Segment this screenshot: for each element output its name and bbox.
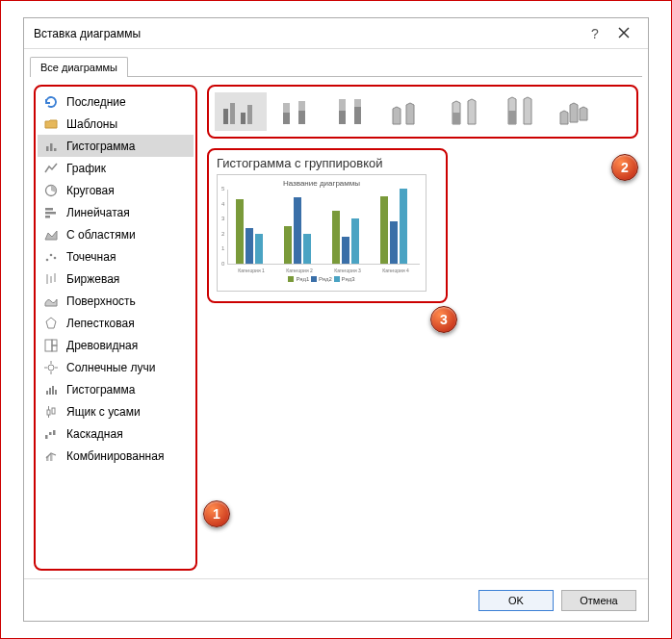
svg-rect-25 bbox=[49, 388, 51, 395]
subtype-row bbox=[207, 85, 638, 139]
category-label: С областями bbox=[66, 228, 136, 242]
category-sunburst[interactable]: Солнечные лучи bbox=[38, 356, 194, 378]
dialog-footer: OK Отмена bbox=[24, 578, 648, 621]
category-stock[interactable]: Биржевая bbox=[38, 268, 194, 290]
help-button[interactable]: ? bbox=[581, 26, 609, 41]
category-list: Последние Шаблоны Гистограмма График bbox=[34, 85, 197, 571]
subtype-3d-clustered-column[interactable] bbox=[382, 92, 434, 131]
category-recent[interactable]: Последние bbox=[38, 90, 194, 113]
category-waterfall[interactable]: Каскадная bbox=[38, 422, 194, 445]
stock-chart-icon bbox=[43, 271, 59, 287]
svg-rect-28 bbox=[47, 410, 50, 415]
subtype-clustered-column[interactable] bbox=[215, 92, 267, 131]
subtype-3d-100stacked-column[interactable] bbox=[494, 92, 546, 131]
cancel-button[interactable]: Отмена bbox=[561, 590, 636, 611]
category-label: Точечная bbox=[66, 250, 116, 264]
category-label: Каскадная bbox=[66, 427, 123, 441]
svg-point-11 bbox=[54, 256, 57, 259]
subtype-100stacked-column[interactable] bbox=[326, 92, 378, 131]
surface-chart-icon bbox=[43, 294, 59, 309]
svg-rect-38 bbox=[230, 103, 235, 124]
svg-rect-42 bbox=[283, 113, 290, 124]
svg-marker-15 bbox=[46, 318, 56, 328]
waterfall-chart-icon bbox=[43, 426, 59, 442]
insert-chart-dialog: Вставка диаграммы ? Все диаграммы Послед… bbox=[23, 17, 649, 622]
category-label: Комбинированная bbox=[66, 449, 164, 463]
dialog-title: Вставка диаграммы bbox=[34, 27, 581, 40]
category-label: Биржевая bbox=[66, 272, 119, 286]
svg-rect-6 bbox=[45, 208, 53, 211]
ok-button[interactable]: OK bbox=[478, 590, 554, 611]
category-treemap[interactable]: Древовидная bbox=[38, 334, 194, 356]
treemap-chart-icon bbox=[43, 338, 59, 353]
svg-rect-7 bbox=[45, 212, 56, 215]
boxwhisker-chart-icon bbox=[43, 404, 59, 420]
svg-point-19 bbox=[48, 365, 54, 371]
svg-rect-31 bbox=[52, 408, 55, 414]
category-scatter[interactable]: Точечная bbox=[38, 245, 194, 268]
histogram-icon bbox=[43, 382, 59, 397]
column-chart-icon bbox=[43, 139, 59, 154]
category-area[interactable]: С областями bbox=[38, 223, 194, 245]
category-label: Солнечные лучи bbox=[66, 361, 155, 374]
svg-rect-48 bbox=[354, 107, 361, 124]
tab-all-charts[interactable]: Все диаграммы bbox=[30, 57, 128, 77]
folder-icon bbox=[43, 116, 59, 132]
category-label: Древовидная bbox=[66, 339, 138, 352]
svg-rect-3 bbox=[50, 143, 53, 151]
category-surface[interactable]: Поверхность bbox=[38, 290, 194, 312]
close-button[interactable] bbox=[609, 26, 638, 41]
scatter-chart-icon bbox=[43, 249, 59, 265]
category-histogram2[interactable]: Гистограмма bbox=[38, 378, 194, 400]
svg-rect-40 bbox=[247, 105, 252, 124]
category-label: Линейчатая bbox=[66, 206, 130, 219]
bar-chart-icon bbox=[43, 205, 59, 220]
category-label: Гистограмма bbox=[66, 383, 135, 396]
svg-rect-34 bbox=[53, 430, 56, 435]
category-label: Последние bbox=[66, 95, 126, 109]
category-templates[interactable]: Шаблоны bbox=[38, 113, 194, 135]
subtype-3d-stacked-column[interactable] bbox=[438, 92, 490, 131]
area-chart-icon bbox=[43, 227, 59, 243]
category-boxwhisker[interactable]: Ящик с усами bbox=[38, 400, 194, 422]
svg-rect-24 bbox=[46, 391, 48, 395]
svg-rect-17 bbox=[52, 340, 57, 345]
category-label: Лепестковая bbox=[66, 317, 135, 330]
close-icon bbox=[618, 27, 630, 38]
category-label: Гистограмма bbox=[66, 140, 135, 153]
svg-rect-27 bbox=[55, 390, 57, 395]
preview-heading: Гистограмма с группировкой bbox=[217, 156, 438, 170]
callout-1: 1 bbox=[203, 500, 230, 527]
svg-rect-39 bbox=[241, 113, 246, 124]
category-label: Ящик с усами bbox=[66, 405, 141, 419]
svg-rect-36 bbox=[50, 454, 53, 461]
tab-row: Все диаграммы bbox=[24, 49, 648, 76]
callout-2: 2 bbox=[611, 154, 638, 181]
preview-area: Гистограмма с группировкой Название диаг… bbox=[207, 148, 448, 303]
svg-rect-46 bbox=[339, 111, 346, 124]
subtype-stacked-column[interactable] bbox=[271, 92, 323, 131]
svg-rect-37 bbox=[223, 109, 228, 124]
recent-icon bbox=[43, 94, 59, 110]
svg-rect-32 bbox=[45, 435, 48, 439]
svg-rect-33 bbox=[49, 432, 52, 435]
line-chart-icon bbox=[43, 161, 59, 176]
category-line[interactable]: График bbox=[38, 157, 194, 179]
svg-rect-8 bbox=[45, 216, 50, 218]
category-label: Поверхность bbox=[66, 294, 136, 308]
category-histogram[interactable]: Гистограмма bbox=[38, 135, 194, 157]
category-bar[interactable]: Линейчатая bbox=[38, 201, 194, 223]
combo-chart-icon bbox=[43, 448, 59, 464]
svg-rect-16 bbox=[45, 340, 52, 351]
chart-preview[interactable]: Название диаграммы 012345Категория 1Кате… bbox=[217, 174, 426, 292]
category-pie[interactable]: Круговая bbox=[38, 179, 194, 201]
titlebar: Вставка диаграммы ? bbox=[24, 18, 648, 49]
svg-rect-4 bbox=[54, 148, 57, 151]
category-label: График bbox=[66, 162, 106, 175]
pie-chart-icon bbox=[43, 183, 59, 198]
callout-3: 3 bbox=[430, 306, 457, 333]
category-radar[interactable]: Лепестковая bbox=[38, 312, 194, 334]
category-combo[interactable]: Комбинированная bbox=[38, 445, 194, 467]
subtype-3d-column[interactable] bbox=[550, 92, 602, 131]
svg-rect-2 bbox=[46, 146, 49, 151]
